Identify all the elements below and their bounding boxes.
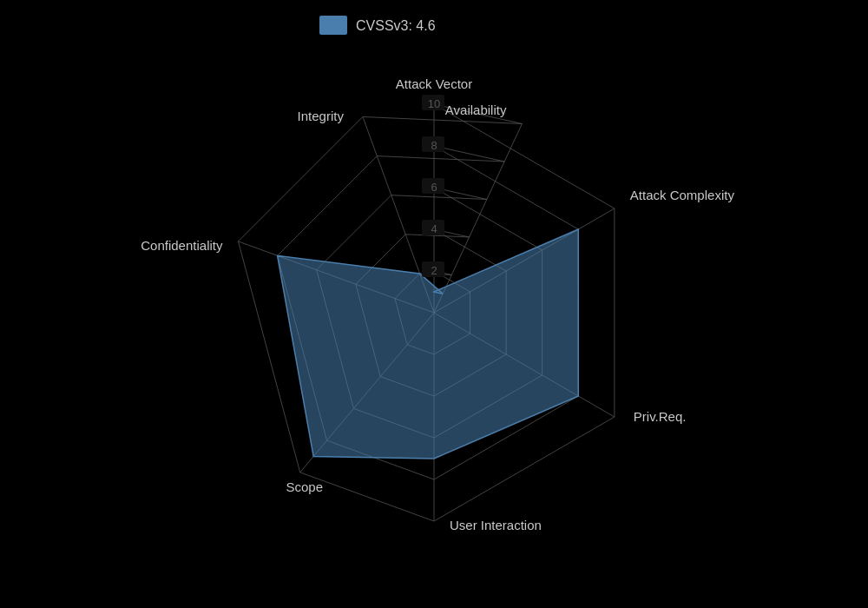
legend-color-box <box>319 16 347 35</box>
svg-text:Availability: Availability <box>445 102 507 117</box>
svg-text:Confidentiality: Confidentiality <box>141 238 223 253</box>
chart-container: .radar-polygon { fill: #4a7fad; fill-opa… <box>0 0 868 608</box>
svg-text:Integrity: Integrity <box>298 109 345 123</box>
svg-text:4: 4 <box>431 222 437 235</box>
svg-text:Attack Vector: Attack Vector <box>396 76 472 91</box>
legend-label: CVSSv3: 4.6 <box>356 18 436 33</box>
radar-chart: .radar-polygon { fill: #4a7fad; fill-opa… <box>0 0 868 608</box>
svg-text:Scope: Scope <box>286 479 323 494</box>
svg-text:6: 6 <box>431 181 437 194</box>
radar-grid-labels: 246810 <box>422 95 444 277</box>
svg-text:User Interaction: User Interaction <box>450 518 542 532</box>
svg-text:Priv.Req.: Priv.Req. <box>634 409 687 424</box>
svg-text:2: 2 <box>431 264 437 277</box>
svg-text:10: 10 <box>428 97 440 110</box>
svg-text:8: 8 <box>431 139 437 152</box>
svg-text:Attack Complexity: Attack Complexity <box>630 188 735 202</box>
